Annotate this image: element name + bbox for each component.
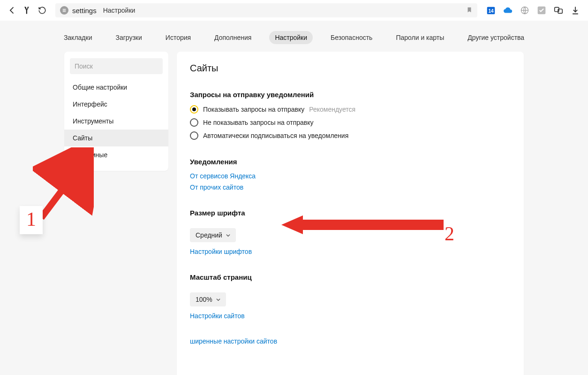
sidebar: Поиск Общие настройки Интерфейс Инструме… (64, 52, 168, 171)
sidebar-search[interactable]: Поиск (70, 58, 163, 74)
tab-security[interactable]: Безопасность (325, 31, 378, 44)
ext-check-icon[interactable] (536, 5, 547, 15)
sidebar-item-sites[interactable]: Сайты (64, 130, 168, 146)
radio-hide-requests[interactable]: Не показывать запросы на отправку (190, 118, 511, 127)
radio-label: Показывать запросы на отправку (203, 106, 304, 113)
annotation-label-1: 1 (20, 206, 43, 234)
download-icon[interactable] (570, 5, 580, 15)
radio-label: Автоматически подписываться на уведомлен… (203, 132, 348, 139)
ext-globe-icon[interactable] (520, 5, 530, 15)
toolbar-right: 14 (486, 5, 580, 15)
link-yandex-services[interactable]: От сервисов Яндекса (190, 172, 511, 180)
reload-icon[interactable] (38, 6, 47, 15)
select-value: 100% (196, 296, 212, 303)
zoom-select[interactable]: 100% (190, 292, 226, 306)
section-notif-title: Уведомления (190, 158, 511, 166)
page-canvas: Закладки Загрузки История Дополнения Нас… (0, 21, 588, 375)
tab-history[interactable]: История (160, 31, 196, 44)
back-icon[interactable] (8, 6, 17, 15)
site-icon (60, 6, 68, 15)
link-font-settings[interactable]: Настройки шрифтов (190, 248, 511, 255)
yandex-logo-icon[interactable] (23, 6, 32, 15)
section-notif-req-title: Запросы на отправку уведомлений (190, 91, 511, 99)
link-site-settings[interactable]: Настройки сайтов (190, 312, 511, 320)
url-text: settings (72, 7, 97, 15)
tab-passwords[interactable]: Пароли и карты (390, 31, 450, 44)
select-value: Средний (196, 231, 222, 239)
section-font-title: Размер шрифта (190, 209, 511, 217)
tab-bookmarks[interactable]: Закладки (58, 31, 98, 44)
sidebar-item-general[interactable]: Общие настройки (64, 79, 168, 96)
address-bar[interactable]: settings Настройки (55, 3, 477, 17)
browser-toolbar: settings Настройки 14 (0, 0, 588, 21)
radio-icon (190, 118, 198, 127)
sidebar-item-interface[interactable]: Интерфейс (64, 96, 168, 113)
ext-cloud-icon[interactable] (503, 5, 513, 15)
tab-downloads[interactable]: Загрузки (110, 31, 147, 44)
bookmark-icon[interactable] (466, 7, 473, 15)
chevron-down-icon (226, 233, 230, 237)
radio-hint: Рекомендуется (309, 106, 355, 113)
font-size-select[interactable]: Средний (190, 228, 236, 242)
ext-translate-icon[interactable] (553, 5, 564, 15)
link-advanced-sites[interactable]: ширенные настройки сайтов (190, 337, 511, 345)
main-heading: Сайты (190, 63, 511, 74)
sidebar-item-system[interactable]: Системные (64, 146, 168, 163)
tab-extensions[interactable]: Дополнения (209, 31, 257, 44)
ext-calendar-icon[interactable]: 14 (486, 5, 496, 15)
tab-settings[interactable]: Настройки (269, 31, 313, 44)
radio-auto-subscribe[interactable]: Автоматически подписываться на уведомлен… (190, 131, 511, 140)
svg-text:14: 14 (488, 8, 494, 14)
link-other-sites[interactable]: От прочих сайтов (190, 184, 511, 191)
radio-show-requests[interactable]: Показывать запросы на отправку Рекоменду… (190, 105, 511, 114)
main-panel: Сайты Запросы на отправку уведомлений По… (177, 52, 524, 375)
radio-icon (190, 105, 198, 114)
annotation-label-2: 2 (445, 222, 454, 245)
url-page-title: Настройки (103, 7, 136, 14)
settings-tabs: Закладки Загрузки История Дополнения Нас… (0, 21, 588, 51)
tab-devices[interactable]: Другие устройства (462, 31, 530, 44)
radio-label: Не показывать запросы на отправку (203, 119, 314, 126)
chevron-down-icon (216, 298, 220, 302)
radio-icon (190, 131, 198, 140)
section-zoom-title: Масштаб страниц (190, 273, 511, 281)
sidebar-item-tools[interactable]: Инструменты (64, 113, 168, 130)
